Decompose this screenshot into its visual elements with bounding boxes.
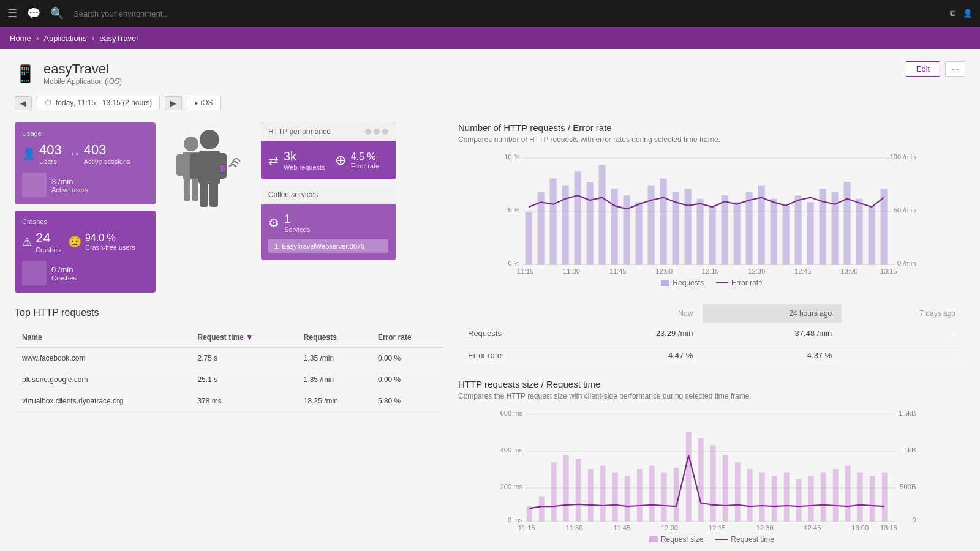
legend-requests: Requests [661,279,704,287]
service-link[interactable]: 1. EasyTravelWebserver:8079 [268,239,388,253]
svg-rect-92 [747,469,753,522]
svg-rect-38 [709,206,716,265]
svg-rect-11 [209,182,218,207]
col-7d[interactable]: 7 days ago [842,304,965,323]
svg-text:11:45: 11:45 [609,268,627,274]
svg-rect-101 [858,473,863,522]
windows-icon[interactable]: ⧉ [950,9,956,18]
svg-rect-100 [845,465,851,521]
ios-badge[interactable]: ▸ iOS [187,96,221,110]
metric-now: 4.47 % [576,345,703,367]
app-header: 📱 easyTravel Mobile Application (iOS) Ed… [15,61,965,86]
legend-size: Request size [649,535,703,544]
person-figure [165,122,251,208]
request-count: 1.35 /min [296,369,371,391]
usage-card: Usage 👤 403 Users ↔ [15,122,156,204]
svg-text:13:00: 13:00 [841,268,858,274]
metric-now: 23.29 /min [576,323,703,345]
col-now[interactable]: Now [576,304,703,323]
request-name: virtualbox.clients.dynatrace.org [15,391,190,412]
col-request-time[interactable]: Request time ▼ [190,328,296,347]
col-24h[interactable]: 24 hours ago [703,304,842,323]
sessions-label: Active sessions [84,158,130,165]
svg-rect-94 [772,476,777,521]
chart2-container: 600 ms 400 ms 200 ms 0 ms 1.5kB 1kB 500B… [458,408,965,530]
http-card-title: HTTP performance [268,127,331,136]
svg-text:100 /min: 100 /min [890,153,916,160]
svg-rect-7 [198,151,221,184]
svg-rect-81 [612,473,618,522]
edit-button[interactable]: Edit [906,61,940,77]
svg-text:11:15: 11:15 [517,268,534,274]
active-per-min: 3 /min [51,177,88,186]
time-next-button[interactable]: ▶ [165,96,182,110]
col-metric [458,304,576,323]
comparison-table: Now 24 hours ago 7 days ago Requests 23.… [458,304,965,367]
svg-rect-8 [190,153,199,179]
error-rate-metric: ⊕ 4.5 % Error rate [335,149,379,171]
svg-rect-78 [576,459,581,521]
request-time: 2.75 s [190,347,296,369]
svg-rect-33 [648,186,655,265]
svg-text:5 %: 5 % [508,206,520,214]
table-row[interactable]: plusone.google.com 25.1 s 1.35 /min 0.00… [15,369,443,391]
svg-rect-80 [600,465,606,521]
comparison-row: Error rate 4.47 % 4.37 % - [458,345,965,367]
chat-icon[interactable]: 💬 [27,7,40,20]
left-panel: Usage 👤 403 Users ↔ [15,122,443,551]
main-content: 📱 easyTravel Mobile Application (iOS) Ed… [0,49,980,551]
svg-point-6 [200,130,219,149]
svg-rect-90 [723,455,728,522]
search-icon[interactable]: 🔍 [50,7,64,20]
chart2-svg: 600 ms 400 ms 200 ms 0 ms 1.5kB 1kB 500B… [458,408,965,530]
svg-text:13:15: 13:15 [880,524,897,530]
svg-rect-79 [588,469,594,522]
svg-text:12:45: 12:45 [804,524,821,530]
svg-rect-91 [735,462,741,522]
crash-free-label: Crash-free users [85,244,135,251]
user-icon[interactable]: 👤 [963,9,973,18]
nav-right: ⧉ 👤 [950,9,973,18]
crashes-per-min-label: Crashes [51,274,77,282]
sort-arrow: ▼ [246,333,253,342]
svg-rect-98 [821,473,826,522]
svg-rect-82 [625,476,630,521]
breadcrumb-home[interactable]: Home [10,34,31,43]
svg-rect-43 [771,199,777,265]
legend-size-label: Request size [661,535,703,544]
table-row[interactable]: www.facebook.com 2.75 s 1.35 /min 0.00 % [15,347,443,369]
svg-rect-95 [784,473,790,522]
svg-text:12:30: 12:30 [756,524,774,530]
svg-text:12:45: 12:45 [794,268,812,274]
web-requests-metric: ⇄ 3k Web requests [268,149,325,171]
svg-rect-46 [807,202,814,264]
svg-text:50 /min: 50 /min [894,206,916,214]
request-time: 25.1 s [190,369,296,391]
search-input[interactable] [74,9,196,18]
dot1 [365,129,371,135]
svg-text:0 /min: 0 /min [897,260,916,267]
legend-time-line [715,539,728,540]
more-button[interactable]: ··· [945,61,965,77]
svg-rect-49 [844,182,851,265]
svg-rect-45 [795,195,802,264]
svg-rect-13 [220,165,225,172]
usage-title: Usage [22,130,148,137]
svg-rect-103 [882,473,888,522]
services-label: Services [284,226,310,233]
hamburger-icon[interactable]: ☰ [7,7,17,20]
time-prev-button[interactable]: ◀ [15,96,32,110]
services-count: ⚙ 1 Services [268,212,388,233]
crashes-title: Crashes [22,218,148,225]
col-name: Name [15,328,190,347]
dashboard: Usage 👤 403 Users ↔ [15,122,965,551]
table-row[interactable]: virtualbox.clients.dynatrace.org 378 ms … [15,391,443,412]
svg-rect-36 [685,189,692,264]
search-bar[interactable] [74,9,196,18]
http-dots [365,129,388,135]
svg-text:12:15: 12:15 [709,524,726,530]
breadcrumb-current: easyTravel [99,34,138,43]
metric-24h: 37.48 /min [703,323,842,345]
breadcrumb-applications[interactable]: Applications [43,34,86,43]
svg-rect-102 [870,476,875,521]
